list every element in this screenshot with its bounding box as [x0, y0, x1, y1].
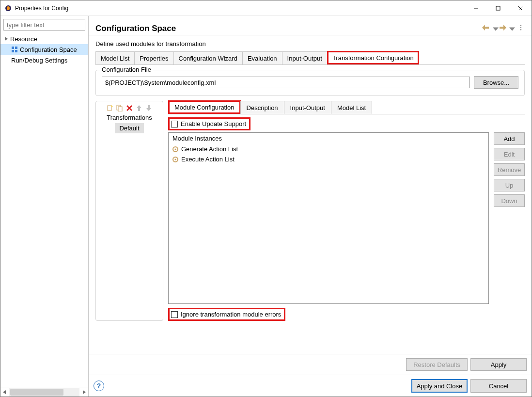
svg-point-1 — [7, 6, 10, 10]
module-instance-label: Generate Action List — [181, 145, 238, 153]
main: Configuration Space Define used modules … — [89, 16, 532, 397]
menu-icon[interactable] — [517, 25, 525, 32]
tree-label: Run/Debug Settings — [11, 57, 67, 64]
maximize-button[interactable] — [487, 0, 509, 16]
forward-icon[interactable] — [499, 25, 506, 32]
config-file-group: Configuration File Browse... — [95, 70, 525, 96]
config-file-legend: Configuration File — [100, 66, 153, 73]
transformations-label: Transformations — [99, 114, 160, 121]
up-icon[interactable] — [135, 104, 143, 112]
page-subtitle: Define used modules for transformation — [95, 40, 525, 48]
ignore-errors-checkbox[interactable] — [171, 311, 178, 318]
scroll-right-button[interactable] — [79, 388, 88, 397]
subtab-input-output[interactable]: Input-Output — [284, 101, 331, 114]
tree-label: Resource — [10, 35, 37, 43]
module-instances-title: Module Instances — [169, 133, 488, 144]
gear-icon — [172, 157, 178, 162]
browse-button[interactable]: Browse... — [474, 76, 518, 89]
module-instances-list[interactable]: Module Instances Generate Action List Ex… — [168, 132, 489, 304]
close-button[interactable] — [509, 0, 532, 16]
tab-config-wizard[interactable]: Configuration Wizard — [173, 51, 243, 64]
svg-rect-8 — [15, 47, 17, 49]
preferences-tree: Resource Configuration Space Run/Debug S… — [0, 32, 88, 387]
ignore-errors-row[interactable]: Ignore transformation module errors — [168, 308, 285, 321]
scroll-track[interactable] — [9, 388, 79, 397]
eclipse-icon — [4, 4, 12, 12]
instance-buttons: Add Edit Remove Up Down — [494, 132, 525, 304]
module-instance-label: Execute Action List — [181, 156, 235, 163]
new-icon[interactable] — [106, 104, 114, 112]
tree-label: Configuration Space — [20, 46, 77, 53]
svg-rect-10 — [15, 50, 17, 52]
down-icon[interactable] — [145, 104, 153, 112]
cancel-button[interactable]: Cancel — [470, 379, 527, 393]
titlebar: Properties for Config — [0, 0, 532, 16]
scroll-thumb[interactable] — [10, 389, 63, 396]
ignore-errors-label: Ignore transformation module errors — [181, 311, 281, 318]
sidebar: Resource Configuration Space Run/Debug S… — [0, 16, 89, 397]
window-title: Properties for Config — [15, 5, 68, 12]
subtab-description[interactable]: Description — [240, 101, 284, 114]
tab-evaluation[interactable]: Evaluation — [242, 51, 282, 64]
filter-input[interactable] — [3, 19, 85, 31]
main-tabs: Model List Properties Configuration Wiza… — [95, 51, 525, 65]
svg-marker-19 — [111, 105, 113, 107]
tab-model-list[interactable]: Model List — [95, 51, 135, 64]
forward-dropdown-icon[interactable] — [508, 26, 513, 31]
minimize-button[interactable] — [465, 0, 487, 16]
svg-marker-24 — [137, 105, 141, 111]
default-transformation[interactable]: Default — [115, 123, 144, 133]
enable-update-support-label: Enable Update Support — [181, 120, 246, 127]
back-icon[interactable] — [482, 25, 490, 32]
tree-item-configuration-space[interactable]: Configuration Space — [0, 44, 88, 55]
svg-marker-12 — [83, 390, 86, 394]
enable-update-support-checkbox[interactable] — [171, 121, 178, 127]
transformations-pane: Transformations Default — [95, 101, 163, 321]
tree-item-run-debug[interactable]: Run/Debug Settings — [0, 55, 88, 65]
window-frame: Properties for Config Resource Configura… — [0, 0, 532, 397]
transformation-detail-pane: Module Configuration Description Input-O… — [168, 101, 525, 321]
gear-icon — [172, 146, 178, 152]
edit-button[interactable]: Edit — [494, 148, 525, 160]
remove-button[interactable]: Remove — [494, 163, 525, 176]
svg-point-16 — [520, 27, 521, 28]
scroll-left-button[interactable] — [0, 388, 9, 397]
apply-button[interactable]: Apply — [470, 358, 527, 371]
page-title: Configuration Space — [95, 24, 482, 33]
help-icon[interactable]: ? — [94, 381, 104, 391]
svg-marker-14 — [509, 27, 515, 31]
svg-marker-13 — [493, 27, 499, 31]
tree-item-resource[interactable]: Resource — [0, 33, 88, 44]
list-item[interactable]: Execute Action List — [169, 154, 488, 164]
up-button[interactable]: Up — [494, 179, 525, 191]
subtab-model-list[interactable]: Model List — [331, 101, 372, 114]
enable-update-support-row[interactable]: Enable Update Support — [168, 117, 250, 130]
down-button[interactable]: Down — [494, 194, 525, 207]
sub-tabs: Module Configuration Description Input-O… — [168, 101, 525, 114]
svg-marker-6 — [5, 37, 8, 41]
svg-marker-11 — [3, 390, 6, 394]
tab-transformation-configuration[interactable]: Transformation Configuration — [327, 51, 419, 64]
svg-point-15 — [520, 25, 521, 26]
grid-icon — [11, 46, 18, 53]
config-file-input[interactable] — [102, 77, 470, 88]
restore-defaults-button[interactable]: Restore Defaults — [406, 358, 468, 371]
page-header: Configuration Space — [89, 16, 532, 35]
tab-properties[interactable]: Properties — [134, 51, 173, 64]
subtab-module-configuration[interactable]: Module Configuration — [168, 100, 241, 114]
svg-marker-25 — [146, 105, 151, 111]
back-dropdown-icon[interactable] — [492, 26, 497, 31]
sidebar-scrollbar — [0, 387, 88, 397]
expand-icon[interactable] — [3, 36, 9, 42]
svg-rect-7 — [12, 47, 14, 49]
svg-point-29 — [175, 159, 176, 160]
add-button[interactable]: Add — [494, 132, 525, 145]
copy-icon[interactable] — [116, 104, 124, 112]
tab-input-output[interactable]: Input-Output — [282, 51, 328, 64]
apply-and-close-button[interactable]: Apply and Close — [411, 379, 468, 393]
delete-icon[interactable] — [125, 104, 133, 112]
svg-point-17 — [520, 29, 521, 30]
svg-point-27 — [175, 148, 176, 150]
list-item[interactable]: Generate Action List — [169, 144, 488, 154]
svg-rect-18 — [108, 106, 111, 111]
